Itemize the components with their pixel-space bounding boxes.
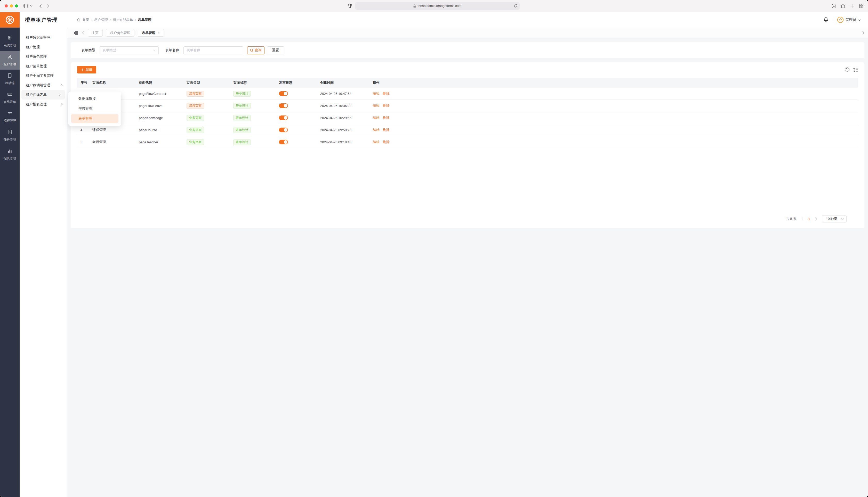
submenu-item-mobile[interactable]: 租户移动端管理 bbox=[19, 81, 67, 90]
publish-toggle[interactable] bbox=[279, 128, 288, 132]
edit-link[interactable]: 编辑 bbox=[373, 140, 380, 144]
cell-page-status: 表单设计 bbox=[233, 115, 279, 121]
submenu-item-role[interactable]: 租户角色管理 bbox=[19, 52, 67, 61]
delete-link[interactable]: 删除 bbox=[383, 140, 390, 144]
tab-label: 表单管理 bbox=[142, 31, 155, 35]
cell-publish-status bbox=[279, 103, 320, 108]
edit-link[interactable]: 编辑 bbox=[373, 128, 380, 132]
breadcrumb-item[interactable]: 租户在线表单 bbox=[113, 17, 133, 22]
minimize-window-button[interactable] bbox=[10, 4, 13, 8]
tab-item[interactable]: 租户角色管理 bbox=[106, 29, 135, 37]
cell-created-time: 2024-04-26 09:59:20 bbox=[320, 128, 373, 132]
submenu-item-label: 租户全局字典管理 bbox=[26, 73, 54, 78]
delete-link[interactable]: 删除 bbox=[383, 128, 390, 132]
tab-item[interactable]: 表单管理× bbox=[138, 29, 164, 37]
browser-window: tenantadmin.orangeforms.com bbox=[0, 0, 404, 232]
column-header: 序号 bbox=[81, 81, 92, 85]
tab-item[interactable]: 主页 bbox=[88, 29, 103, 37]
cell-page-code: pageFlowContract bbox=[139, 92, 187, 96]
sidebar-item-task[interactable]: 任务管理 bbox=[0, 126, 19, 145]
flyout-item-label: 表单管理 bbox=[79, 116, 92, 121]
chevron-right-icon bbox=[58, 93, 61, 96]
form-name-input[interactable]: 表单名称 bbox=[183, 46, 243, 54]
privacy-shield-icon[interactable] bbox=[348, 4, 352, 8]
cell-page-code: pageTeacher bbox=[139, 140, 187, 144]
zoom-window-button[interactable] bbox=[15, 4, 18, 8]
publish-toggle[interactable] bbox=[279, 91, 288, 96]
column-header: 页面类型 bbox=[187, 81, 233, 85]
sidebar-item-online-form[interactable]: 在线表单 bbox=[0, 88, 19, 107]
page-type-badge: 流程页面 bbox=[187, 91, 204, 97]
flyout-item-form[interactable]: 表单管理 bbox=[71, 114, 119, 123]
search-button[interactable]: 查询 bbox=[247, 46, 264, 54]
sidebar-item-label: 租户管理 bbox=[4, 62, 16, 67]
sidebar-submenu: 租户数据源管理租户管理租户角色管理租户菜单管理租户全局字典管理租户移动端管理租户… bbox=[19, 28, 67, 232]
submenu-item-tenant[interactable]: 租户管理 bbox=[19, 42, 67, 52]
form-type-select[interactable]: 表单类型 bbox=[100, 46, 159, 54]
tab-close-icon[interactable]: × bbox=[158, 31, 160, 35]
form-name-label: 表单名称 bbox=[165, 48, 179, 53]
breadcrumb: 首页 / 租户管理 / 租户在线表单 / 表单管理 bbox=[77, 17, 151, 22]
submenu-item-label: 租户报表管理 bbox=[26, 102, 47, 107]
cell-publish-status bbox=[279, 115, 320, 120]
cell-page-status: 表单设计 bbox=[233, 127, 279, 133]
sidebar-item-system[interactable]: 系统管理 bbox=[0, 32, 19, 51]
delete-link[interactable]: 删除 bbox=[383, 115, 390, 120]
address-bar[interactable]: tenantadmin.orangeforms.com bbox=[355, 2, 404, 10]
edit-link[interactable]: 编辑 bbox=[373, 103, 380, 108]
sidebar-toggle-icon[interactable] bbox=[23, 4, 28, 8]
flyout-item-db-link[interactable]: 数据库链接 bbox=[71, 94, 119, 103]
create-button[interactable]: 新建 bbox=[77, 66, 96, 73]
delete-link[interactable]: 删除 bbox=[383, 91, 390, 96]
submenu-item-datasource[interactable]: 租户数据源管理 bbox=[19, 33, 67, 42]
sidebar-item-tenant[interactable]: 租户管理 bbox=[0, 51, 19, 70]
page-status-badge: 表单设计 bbox=[233, 115, 251, 121]
page-status-badge: 表单设计 bbox=[233, 139, 251, 145]
cell-page-status: 表单设计 bbox=[233, 91, 279, 97]
sidebar-item-report[interactable]: 报表管理 bbox=[0, 145, 19, 164]
submenu-item-report[interactable]: 租户报表管理 bbox=[19, 100, 67, 109]
cell-publish-status bbox=[279, 140, 320, 144]
page-type-badge: 业务页面 bbox=[187, 115, 204, 121]
cell-page-code: pageFlowLeave bbox=[139, 104, 187, 108]
submenu-item-dict[interactable]: 租户全局字典管理 bbox=[19, 71, 67, 81]
edit-link[interactable]: 编辑 bbox=[373, 115, 380, 120]
traffic-lights bbox=[5, 4, 18, 8]
browser-nav bbox=[23, 4, 50, 8]
flyout-item-label: 字典管理 bbox=[79, 106, 92, 111]
sidebar-item-label: 移动端 bbox=[5, 81, 14, 85]
publish-toggle[interactable] bbox=[279, 103, 288, 108]
reset-button[interactable]: 重置 bbox=[267, 46, 284, 54]
cell-created-time: 2024-04-26 10:47:54 bbox=[320, 92, 373, 96]
publish-toggle[interactable] bbox=[279, 140, 288, 144]
cell-created-time: 2024-04-26 10:29:55 bbox=[320, 116, 373, 120]
breadcrumb-item[interactable]: 租户管理 bbox=[94, 17, 108, 22]
close-window-button[interactable] bbox=[5, 4, 8, 8]
task-icon bbox=[7, 129, 13, 136]
submenu-item-online-form[interactable]: 租户在线表单 bbox=[22, 90, 65, 100]
chevron-down-icon[interactable] bbox=[30, 5, 32, 7]
breadcrumb-item[interactable]: 首页 bbox=[83, 17, 89, 22]
back-button[interactable] bbox=[39, 4, 42, 8]
collapse-menu-icon[interactable] bbox=[74, 31, 79, 35]
chevron-right-icon bbox=[60, 103, 63, 106]
publish-toggle[interactable] bbox=[279, 115, 288, 120]
cell-page-type: 业务页面 bbox=[187, 115, 233, 121]
delete-link[interactable]: 删除 bbox=[383, 103, 390, 108]
submenu-item-menu[interactable]: 租户菜单管理 bbox=[19, 61, 67, 71]
submenu-flyout: 数据库链接字典管理表单管理 bbox=[68, 91, 121, 126]
cell-seq: 4 bbox=[81, 128, 92, 132]
sidebar-item-flow[interactable]: 流程管理 bbox=[0, 107, 19, 126]
column-header: 页面状态 bbox=[233, 81, 279, 85]
submenu-item-label: 租户菜单管理 bbox=[26, 64, 47, 69]
sidebar-item-label: 流程管理 bbox=[4, 118, 16, 123]
table-row: 5老师管理pageTeacher业务页面表单设计2024-04-26 09:18… bbox=[77, 136, 404, 148]
edit-link[interactable]: 编辑 bbox=[373, 91, 380, 96]
table-row: pageFlowContract流程页面表单设计2024-04-26 10:47… bbox=[77, 88, 404, 100]
forward-button[interactable] bbox=[47, 4, 50, 8]
page-title: 橙单租户管理 bbox=[25, 16, 57, 24]
sidebar-item-mobile[interactable]: 移动端 bbox=[0, 70, 19, 88]
tabs-scroll-left-icon[interactable] bbox=[82, 31, 84, 34]
flyout-item-dict[interactable]: 字典管理 bbox=[71, 104, 119, 113]
user-icon bbox=[7, 54, 13, 60]
